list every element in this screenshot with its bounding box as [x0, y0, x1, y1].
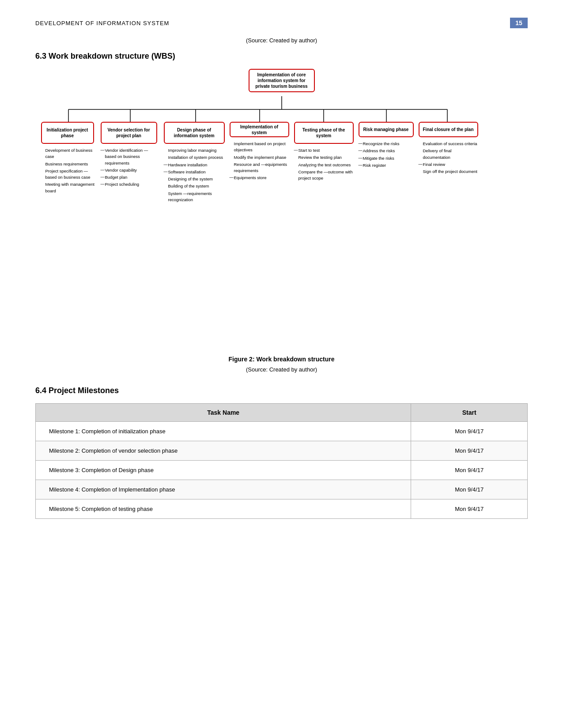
milestones-section: 6.4 Project Milestones Task Name Start M… — [35, 386, 528, 519]
wbs-list-init: Development of business case Business re… — [41, 147, 96, 195]
wbs-root-box: Implementation of core information syste… — [249, 69, 315, 92]
start-date-cell: Mon 9/4/17 — [411, 441, 528, 461]
task-name-cell: Milestone 1: Completion of initializatio… — [36, 422, 411, 441]
wbs-box-closure: Final closure of the plan — [419, 122, 478, 137]
source-top: (Source: Created by author) — [35, 37, 528, 44]
start-date-cell: Mon 9/4/17 — [411, 499, 528, 519]
wbs-diagram-container: Implementation of core information syste… — [35, 69, 528, 342]
section-heading-milestones: 6.4 Project Milestones — [35, 386, 528, 395]
source-bottom: (Source: Created by author) — [35, 366, 528, 373]
wbs-list-test: Start to test Review the testing plan An… — [294, 147, 354, 182]
wbs-diagram: Implementation of core information syste… — [39, 69, 525, 342]
start-date-cell: Mon 9/4/17 — [411, 461, 528, 480]
table-row: Milestone 1: Completion of initializatio… — [36, 422, 528, 441]
table-row: Milestone 4: Completion of Implementatio… — [36, 480, 528, 499]
table-header-row: Task Name Start — [36, 404, 528, 422]
milestones-table-body: Milestone 1: Completion of initializatio… — [36, 422, 528, 519]
wbs-box-init: Initialization project phase — [41, 122, 94, 144]
wbs-box-impl: Implementation of system — [230, 122, 289, 137]
task-name-cell: Milestone 5: Completion of testing phase — [36, 499, 411, 519]
document-title: DEVELOPMENT OF INFORMATION SYSTEM — [35, 20, 169, 26]
wbs-list-design: Improving labor managing Installation of… — [164, 147, 225, 204]
milestones-table: Task Name Start Milestone 1: Completion … — [35, 403, 528, 519]
table-row: Milestone 2: Completion of vendor select… — [36, 441, 528, 461]
task-name-cell: Milestone 2: Completion of vendor select… — [36, 441, 411, 461]
page: DEVELOPMENT OF INFORMATION SYSTEM 15 (So… — [0, 0, 563, 728]
wbs-list-impl: Implement based on project objectives Mo… — [230, 141, 289, 182]
wbs-list-vendor: Vendor identification —based on business… — [101, 147, 158, 189]
wbs-box-risk: Risk managing phase — [359, 122, 414, 137]
table-header-start: Start — [411, 404, 528, 422]
wbs-box-design: Design phase of information system — [164, 122, 225, 144]
task-name-cell: Milestone 3: Completion of Design phase — [36, 461, 411, 480]
table-header-task: Task Name — [36, 404, 411, 422]
wbs-list-risk: Recognize the risks Address the risks Mi… — [359, 141, 414, 169]
section-heading-wbs: 6.3 Work breakdown structure (WBS) — [35, 52, 528, 61]
page-number: 15 — [510, 18, 528, 28]
wbs-box-vendor: Vendor selection for project plan — [101, 122, 157, 144]
figure-caption: Figure 2: Work breakdown structure — [35, 356, 528, 363]
table-row: Milestone 5: Completion of testing phase… — [36, 499, 528, 519]
wbs-connectors — [39, 69, 525, 342]
table-row: Milestone 3: Completion of Design phaseM… — [36, 461, 528, 480]
page-header: DEVELOPMENT OF INFORMATION SYSTEM 15 — [35, 18, 528, 28]
start-date-cell: Mon 9/4/17 — [411, 480, 528, 499]
start-date-cell: Mon 9/4/17 — [411, 422, 528, 441]
wbs-box-test: Testing phase of the system — [294, 122, 354, 144]
task-name-cell: Milestone 4: Completion of Implementatio… — [36, 480, 411, 499]
wbs-list-closure: Evaluation of success criteria Delivery … — [419, 141, 478, 176]
